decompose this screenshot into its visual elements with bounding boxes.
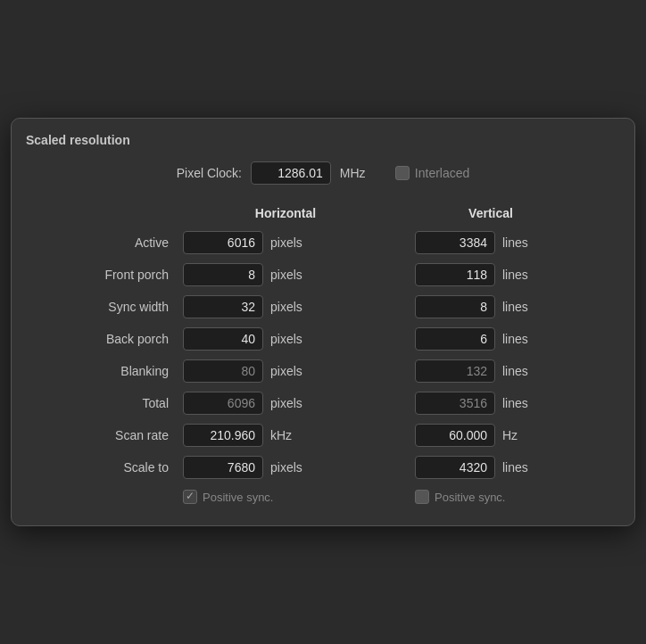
row-v-2: lines — [388, 295, 593, 318]
window-title: Scaled resolution — [12, 133, 634, 161]
v-input-6[interactable] — [415, 424, 495, 447]
v-input-0[interactable] — [415, 231, 495, 254]
v-positive-sync-label: Positive sync. — [435, 491, 505, 504]
v-input-4 — [415, 359, 495, 383]
pixel-clock-input[interactable] — [251, 161, 331, 185]
row-v-0: lines — [388, 231, 593, 254]
interlaced-group: Interlaced — [395, 166, 469, 180]
row-label-2: Sync width — [40, 300, 183, 314]
v-unit-6: Hz — [502, 428, 534, 442]
row-v-3: lines — [388, 327, 593, 351]
v-unit-2: lines — [502, 300, 534, 314]
table-row: Scale to pixels lines — [40, 456, 606, 479]
table-row: Active pixels lines — [40, 231, 606, 254]
interlaced-label: Interlaced — [415, 166, 469, 180]
row-label-1: Front porch — [40, 268, 183, 282]
h-input-3[interactable] — [183, 327, 263, 351]
row-v-7: lines — [388, 456, 593, 479]
h-unit-3: pixels — [270, 332, 302, 346]
row-v-6: Hz — [388, 424, 593, 447]
vertical-header: Vertical — [388, 206, 593, 220]
scaled-resolution-window: Scaled resolution Pixel Clock: MHz Inter… — [11, 118, 635, 526]
h-input-0[interactable] — [183, 231, 263, 254]
horizontal-header: Horizontal — [183, 206, 388, 220]
row-h-0: pixels — [183, 231, 388, 254]
pixel-clock-unit: MHz — [340, 166, 372, 180]
v-input-2[interactable] — [415, 295, 495, 318]
v-unit-3: lines — [502, 332, 534, 346]
pixel-clock-row: Pixel Clock: MHz Interlaced — [40, 161, 606, 185]
row-h-7: pixels — [183, 456, 388, 479]
h-input-7[interactable] — [183, 456, 263, 479]
row-label-6: Scan rate — [40, 428, 183, 442]
h-unit-0: pixels — [270, 235, 302, 250]
row-h-2: pixels — [183, 295, 388, 318]
interlaced-checkbox[interactable] — [395, 166, 410, 180]
row-label-4: Blanking — [40, 364, 183, 378]
row-h-1: pixels — [183, 263, 388, 286]
v-input-5 — [415, 392, 495, 415]
h-input-4 — [183, 359, 263, 383]
row-h-3: pixels — [183, 327, 388, 351]
v-unit-5: lines — [502, 396, 534, 410]
v-input-1[interactable] — [415, 263, 495, 286]
table-row: Scan rate kHz Hz — [40, 424, 606, 447]
v-unit-1: lines — [502, 268, 534, 282]
row-h-5: pixels — [183, 392, 388, 415]
h-unit-6: kHz — [270, 428, 302, 442]
row-h-4: pixels — [183, 359, 388, 383]
h-unit-7: pixels — [270, 460, 302, 475]
v-sync-group: Positive sync. — [388, 490, 593, 504]
h-unit-2: pixels — [270, 300, 302, 314]
h-positive-sync-checkbox[interactable] — [183, 490, 197, 504]
table-row: Blanking pixels lines — [40, 359, 606, 383]
h-input-2[interactable] — [183, 295, 263, 318]
row-v-4: lines — [388, 359, 593, 383]
table-row: Front porch pixels lines — [40, 263, 606, 286]
v-positive-sync-checkbox[interactable] — [415, 490, 429, 504]
row-h-6: kHz — [183, 424, 388, 447]
v-unit-0: lines — [502, 235, 534, 250]
v-unit-4: lines — [502, 364, 534, 378]
table-row: Sync width pixels lines — [40, 295, 606, 318]
h-positive-sync-label: Positive sync. — [203, 491, 273, 504]
row-label-7: Scale to — [40, 460, 183, 475]
h-input-6[interactable] — [183, 424, 263, 447]
table-row: Back porch pixels lines — [40, 327, 606, 351]
h-input-1[interactable] — [183, 263, 263, 286]
h-unit-1: pixels — [270, 268, 302, 282]
sync-row: Positive sync. Positive sync. — [40, 490, 606, 504]
row-label-3: Back porch — [40, 332, 183, 346]
h-input-5 — [183, 392, 263, 415]
row-v-5: lines — [388, 392, 593, 415]
v-input-3[interactable] — [415, 327, 495, 351]
data-rows-container: Active pixels lines Front porch pixels l… — [40, 231, 606, 479]
h-unit-5: pixels — [270, 396, 302, 410]
v-unit-7: lines — [502, 460, 534, 475]
row-label-0: Active — [40, 235, 183, 250]
h-sync-group: Positive sync. — [183, 490, 388, 504]
row-label-5: Total — [40, 396, 183, 410]
headers-row: Horizontal Vertical — [40, 206, 606, 220]
v-input-7[interactable] — [415, 456, 495, 479]
table-row: Total pixels lines — [40, 392, 606, 415]
pixel-clock-label: Pixel Clock: — [177, 166, 242, 180]
h-unit-4: pixels — [270, 364, 302, 378]
row-v-1: lines — [388, 263, 593, 286]
